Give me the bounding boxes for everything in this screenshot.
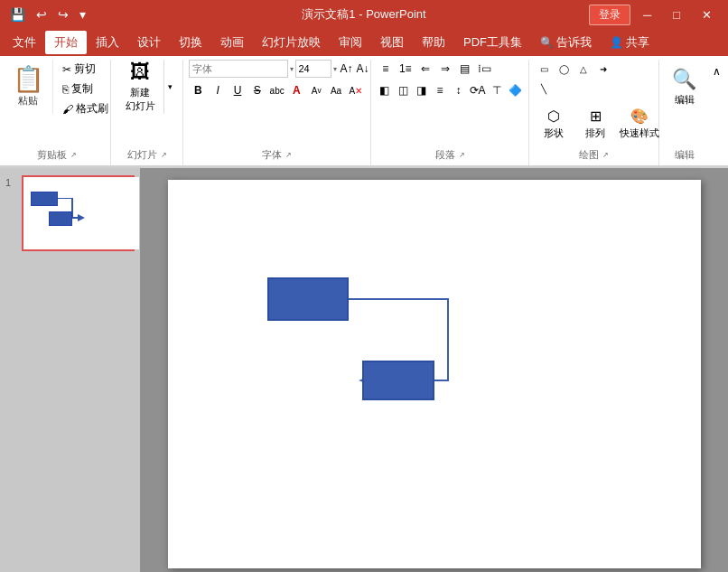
font-color-button[interactable]: A xyxy=(288,81,306,99)
paragraph-expand-icon[interactable]: ↗ xyxy=(459,151,465,159)
underline-button[interactable]: U xyxy=(229,81,247,99)
canvas-area xyxy=(140,168,728,572)
slide-canvas[interactable] xyxy=(168,180,701,568)
italic-button[interactable]: I xyxy=(209,81,227,99)
menu-insert[interactable]: 插入 xyxy=(87,31,128,54)
arrange-label: 排列 xyxy=(585,127,605,140)
slide-dropdown-arrow[interactable]: ▾ xyxy=(164,60,176,114)
drawing-group-content: ▭ ◯ △ ➜ ╲ ⬡ 形状 ⊞ 排列 xyxy=(535,60,653,146)
font-name-input[interactable] xyxy=(189,60,288,78)
shape-palette-item[interactable]: ╲ xyxy=(535,80,553,98)
increase-indent-button[interactable]: ⇒ xyxy=(436,60,454,78)
menu-file[interactable]: 文件 xyxy=(4,31,45,54)
shapes-button[interactable]: ⬡ 形状 xyxy=(535,101,573,146)
find-button[interactable]: 🔍 编辑 xyxy=(665,60,704,114)
close-button[interactable]: ✕ xyxy=(693,0,721,29)
paste-icon: 📋 xyxy=(13,67,44,92)
arrange-button[interactable]: ⊞ 排列 xyxy=(576,101,614,146)
decrease-indent-button[interactable]: ⇐ xyxy=(416,60,434,78)
window-title: 演示文稿1 - PowerPoint xyxy=(302,6,425,23)
clipboard-group-label: 剪贴板↗ xyxy=(9,148,105,162)
arrange-icon: ⊞ xyxy=(590,108,602,125)
font-size-input[interactable] xyxy=(295,60,331,78)
new-slide-button[interactable]: 🖼 新建幻灯片 xyxy=(117,60,163,114)
slides-group: 🖼 新建幻灯片 ▾ 幻灯片↗ xyxy=(111,60,183,165)
minimize-button[interactable]: ─ xyxy=(634,0,660,29)
numbered-list-button[interactable]: 1≡ xyxy=(397,60,415,78)
slides-expand-icon[interactable]: ↗ xyxy=(161,151,167,159)
shape-palette-item[interactable]: ◯ xyxy=(555,60,573,78)
paste-label: 粘贴 xyxy=(18,94,38,108)
font-shrink-button[interactable]: A↓ xyxy=(356,60,370,78)
bold-button[interactable]: B xyxy=(189,81,207,99)
convert-to-smartart-button[interactable]: 🔷 xyxy=(507,81,523,99)
menu-help[interactable]: 帮助 xyxy=(413,31,454,54)
shadow-button[interactable]: abc xyxy=(268,81,286,99)
cut-icon: ✂ xyxy=(62,63,71,76)
shape-palette-item[interactable]: ➜ xyxy=(594,60,612,78)
font-name-dropdown[interactable]: ▾ xyxy=(290,65,294,73)
justify-button[interactable]: ≡ xyxy=(432,81,448,99)
find-icon: 🔍 xyxy=(672,68,696,91)
font-grow-button[interactable]: A↑ xyxy=(339,60,353,78)
columns-button[interactable]: ▤ xyxy=(456,60,474,78)
paragraph-controls: ≡ 1≡ ⇐ ⇒ ▤ ⁞▭ ◧ ◫ ◨ ≡ ↕ ⟳A xyxy=(377,60,524,101)
clipboard-expand-icon[interactable]: ↗ xyxy=(70,151,77,159)
menu-home[interactable]: 开始 xyxy=(45,31,87,54)
drawing-expand-icon[interactable]: ↗ xyxy=(602,151,609,159)
menu-search[interactable]: 🔍告诉我 xyxy=(531,31,601,54)
drawing-group: ▭ ◯ △ ➜ ╲ ⬡ 形状 ⊞ 排列 xyxy=(529,60,659,165)
title-right-controls: 登录 ─ □ ✕ xyxy=(589,0,721,29)
slide-thumb-wrapper: 1 xyxy=(22,175,135,251)
quick-styles-button[interactable]: 🎨 快速样式 xyxy=(618,101,661,146)
paste-button[interactable]: 📋 粘贴 xyxy=(9,60,47,114)
shapes-label: 形状 xyxy=(544,127,564,140)
shape-box-1[interactable] xyxy=(267,277,349,321)
menu-animations[interactable]: 动画 xyxy=(211,31,253,54)
menu-review[interactable]: 审阅 xyxy=(330,31,371,54)
char-spacing-button[interactable]: Av xyxy=(307,81,325,99)
restore-button[interactable]: □ xyxy=(664,0,689,29)
slide-thumbnail[interactable] xyxy=(22,175,135,251)
font-size-dropdown[interactable]: ▾ xyxy=(333,65,337,73)
smart-art-button[interactable]: ⁞▭ xyxy=(476,60,494,78)
align-right-button[interactable]: ◨ xyxy=(413,81,429,99)
mini-shape-1 xyxy=(31,192,58,206)
bullet-list-button[interactable]: ≡ xyxy=(377,60,395,78)
shape-palette-item[interactable]: △ xyxy=(574,60,593,78)
format-painter-icon: 🖌 xyxy=(62,103,73,116)
line-spacing-button[interactable]: ↕ xyxy=(450,81,466,99)
customize-icon[interactable]: ▾ xyxy=(77,7,89,22)
clear-format-button[interactable]: A✕ xyxy=(347,81,365,99)
cut-button[interactable]: ✂剪切 xyxy=(59,60,112,79)
menu-view[interactable]: 视图 xyxy=(371,31,413,54)
shape-palette: ▭ ◯ △ ➜ ╲ xyxy=(535,60,616,98)
text-direction-button[interactable]: ⟳A xyxy=(469,81,487,99)
menu-transitions[interactable]: 切换 xyxy=(170,31,211,54)
format-painter-label: 格式刷 xyxy=(76,101,108,117)
font-expand-icon[interactable]: ↗ xyxy=(285,151,292,159)
copy-button[interactable]: ⎘复制 xyxy=(59,80,112,98)
align-center-button[interactable]: ◫ xyxy=(395,81,411,99)
ribbon-content: 📋 粘贴 ✂剪切 ⎘复制 🖌格式刷 剪贴板↗ xyxy=(0,56,728,166)
collapse-ribbon-button[interactable]: ∧ xyxy=(709,63,724,80)
slide-number: 1 xyxy=(5,177,11,188)
menu-design[interactable]: 设计 xyxy=(128,31,170,54)
save-icon[interactable]: 💾 xyxy=(7,7,28,22)
change-case-button[interactable]: Aa xyxy=(327,81,345,99)
login-button[interactable]: 登录 xyxy=(589,5,630,25)
font-group-content: ▾ ▾ A↑ A↓ B I U S abc A Av xyxy=(189,60,364,146)
new-slide-icon: 🖼 xyxy=(130,61,150,84)
text-align-button[interactable]: ⊤ xyxy=(489,81,505,99)
menu-slideshow[interactable]: 幻灯片放映 xyxy=(253,31,330,54)
align-left-button[interactable]: ◧ xyxy=(377,81,393,99)
menu-share[interactable]: 👤共享 xyxy=(601,31,658,54)
strikethrough-button[interactable]: S xyxy=(248,81,266,99)
format-painter-button[interactable]: 🖌格式刷 xyxy=(59,99,112,118)
shape-box-2[interactable] xyxy=(362,361,434,400)
menu-pdf[interactable]: PDF工具集 xyxy=(454,31,531,54)
shape-palette-item[interactable]: ▭ xyxy=(535,60,553,78)
redo-icon[interactable]: ↪ xyxy=(55,7,71,22)
undo-icon[interactable]: ↩ xyxy=(33,7,50,22)
paragraph-group: ≡ 1≡ ⇐ ⇒ ▤ ⁞▭ ◧ ◫ ◨ ≡ ↕ ⟳A xyxy=(371,60,530,165)
